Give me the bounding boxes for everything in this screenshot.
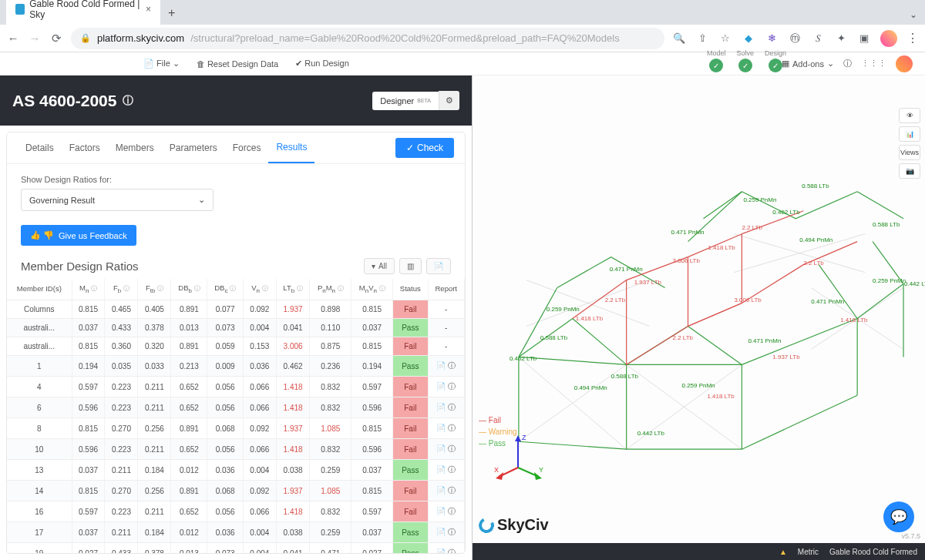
ext-icon-3[interactable]: ⓜ — [788, 32, 802, 45]
table-row[interactable]: 170.0370.2110.1840.0120.0360.0040.0380.2… — [7, 522, 465, 543]
col-status[interactable]: Status — [393, 279, 428, 300]
back-icon[interactable]: ← — [6, 32, 20, 45]
member-label: 0.588 LTb — [611, 373, 639, 380]
table-row[interactable]: 130.0370.2110.1840.0120.0360.0040.0380.2… — [7, 460, 465, 481]
export-icon[interactable]: 📄 — [426, 258, 451, 274]
report-icons[interactable]: 📄 ⓘ — [436, 527, 456, 538]
table-row[interactable]: australi...0.0370.4330.3780.0130.0730.00… — [7, 319, 465, 337]
member-label: 0.494 PnMn — [574, 384, 607, 391]
table-row[interactable]: 60.5960.2230.2110.6520.0560.0661.4180.83… — [7, 397, 465, 418]
share-icon[interactable]: ⇧ — [695, 32, 709, 45]
report-icons[interactable]: 📄 ⓘ — [436, 548, 456, 553]
visibility-tool-icon[interactable]: 👁 — [899, 108, 920, 123]
tab-parameters[interactable]: Parameters — [162, 133, 225, 163]
extensions-icon[interactable]: ✦ — [834, 32, 848, 45]
info-icon[interactable]: ⓘ — [123, 94, 133, 108]
check-button[interactable]: ✓ Check — [395, 138, 454, 158]
col-ltb[interactable]: LTb ⓘ — [276, 279, 309, 300]
col-pnmn[interactable]: PnMn ⓘ — [310, 279, 352, 300]
axes-gizmo[interactable]: Z Y X — [491, 429, 545, 483]
profile-avatar[interactable] — [880, 30, 897, 47]
member-label: 0.471 PnMn — [748, 337, 781, 344]
reload-icon[interactable]: ⟳ — [49, 32, 63, 45]
views-tool-button[interactable]: Views — [899, 145, 920, 160]
table-row[interactable]: australi...0.8150.3600.3200.8910.0590.15… — [7, 337, 465, 356]
member-label: 3.006 LTb — [734, 297, 762, 303]
columns-icon[interactable]: ▥ — [399, 258, 422, 274]
screenshot-tool-icon[interactable]: 📷 — [899, 163, 920, 179]
star-icon[interactable]: ☆ — [718, 32, 732, 45]
report-icons[interactable]: 📄 ⓘ — [436, 464, 456, 475]
tab-factors[interactable]: Factors — [62, 133, 108, 163]
table-row[interactable]: 190.0270.4330.3780.0130.0730.0040.0410.4… — [7, 543, 465, 553]
col-fb[interactable]: Fb ⓘ — [105, 279, 138, 300]
member-label: 0.259 PnMn — [547, 306, 580, 313]
report-icons[interactable]: 📄 ⓘ — [436, 485, 456, 496]
forward-icon[interactable]: → — [28, 32, 42, 45]
member-label: 0.471 PnMn — [671, 229, 705, 236]
model-viewport[interactable]: 0.588 LTb0.259 PnMn0.462 LTb0.588 LTb0.4… — [472, 75, 925, 560]
browser-tab[interactable]: Gable Rood Cold Formed | Sky × — [6, 0, 160, 25]
filter-all-button[interactable]: ▾ All — [364, 258, 395, 274]
lock-icon: 🔒 — [80, 33, 91, 43]
tab-close-icon[interactable]: × — [146, 4, 151, 15]
stage-design[interactable]: Design✓ — [765, 49, 786, 72]
table-row[interactable]: 80.8150.2700.2560.8910.0680.0921.9371.08… — [7, 418, 465, 439]
table-row[interactable]: 40.5970.2230.2110.6520.0560.0661.4180.83… — [7, 377, 465, 397]
table-row[interactable]: 160.5970.2230.2110.6520.0560.0661.4180.8… — [7, 501, 465, 522]
table-row[interactable]: 140.8150.2700.2560.8910.0680.0921.9371.0… — [7, 481, 465, 501]
designer-button[interactable]: Designer BETA — [372, 92, 439, 110]
chrome-menu-icon[interactable]: ⋮ — [906, 31, 919, 45]
member-label: 0.462 LTb — [772, 209, 800, 216]
designer-settings-icon[interactable]: ⚙ — [439, 91, 459, 110]
status-project[interactable]: Gable Rood Cold Formed — [829, 548, 917, 556]
table-row[interactable]: Columns0.8150.4650.4050.8910.0770.0921.9… — [7, 300, 465, 319]
tab-results[interactable]: Results — [268, 132, 314, 163]
display-tool-icon[interactable]: 📊 — [899, 126, 920, 142]
address-bar[interactable]: 🔒 platform.skyciv.com/structural?preload… — [71, 28, 664, 49]
addons-menu[interactable]: ▦ Add-ons ⌄ — [782, 59, 834, 69]
ext-icon-4[interactable]: 𝑆 — [811, 32, 825, 45]
stage-solve[interactable]: Solve✓ — [736, 49, 754, 72]
report-icons[interactable]: 📄 ⓘ — [436, 402, 456, 413]
ext-icon-1[interactable]: ◆ — [742, 32, 755, 45]
col-dbb[interactable]: DBb ⓘ — [171, 279, 207, 300]
panel-header: AS 4600-2005 ⓘ Designer BETA ⚙ — [0, 75, 472, 126]
col-mnvn[interactable]: MnVn ⓘ — [352, 279, 393, 300]
report-icons[interactable]: 📄 ⓘ — [436, 444, 456, 454]
table-row[interactable]: 10.1940.0350.0330.2130.0090.0360.4620.23… — [7, 356, 465, 377]
chat-icon[interactable]: 💬 — [883, 501, 914, 532]
panel-toggle-icon[interactable]: ▣ — [857, 32, 871, 45]
status-units[interactable]: Metric — [798, 548, 819, 556]
ext-icon-2[interactable]: ❄ — [765, 32, 779, 45]
col-member-id-s-[interactable]: Member ID(s) — [7, 279, 72, 300]
help-icon[interactable]: ⓘ — [843, 58, 852, 69]
menu-file[interactable]: 📄 File ⌄ — [143, 59, 180, 69]
col-dbc[interactable]: DBc ⓘ — [207, 279, 243, 300]
design-code-title: AS 4600-2005 ⓘ — [12, 92, 133, 110]
tab-forces[interactable]: Forces — [225, 133, 269, 163]
report-icons[interactable]: 📄 ⓘ — [436, 506, 456, 517]
menu-run-design[interactable]: ✔ Run Design — [295, 59, 349, 69]
tabs-dropdown-icon[interactable]: ⌄ — [902, 5, 925, 25]
table-row[interactable]: 100.5960.2230.2110.6520.0560.0661.4180.8… — [7, 439, 465, 460]
report-icons[interactable]: 📄 ⓘ — [436, 381, 456, 392]
user-avatar[interactable] — [896, 55, 913, 72]
report-icons[interactable]: 📄 ⓘ — [436, 423, 456, 434]
col-mn[interactable]: Mn ⓘ — [72, 279, 105, 300]
apps-grid-icon[interactable]: ⋮⋮⋮ — [861, 59, 886, 69]
col-report[interactable]: Report — [428, 279, 465, 300]
tab-members[interactable]: Members — [108, 133, 162, 163]
col-vn[interactable]: Vn ⓘ — [243, 279, 276, 300]
warning-icon[interactable]: ▲ — [779, 548, 787, 556]
tab-details[interactable]: Details — [18, 133, 62, 163]
report-icons[interactable]: 📄 ⓘ — [436, 360, 456, 371]
col-ftb[interactable]: Ftb ⓘ — [138, 279, 171, 300]
search-icon[interactable]: 🔍 — [672, 32, 686, 45]
menu-reset-design-data[interactable]: 🗑 Reset Design Data — [197, 59, 278, 69]
feedback-button[interactable]: 👍 👎 Give us Feedback — [21, 225, 136, 246]
member-label: 0.588 LTb — [802, 183, 829, 189]
new-tab-button[interactable]: + — [160, 2, 183, 25]
stage-model[interactable]: Model✓ — [707, 49, 726, 72]
filter-select[interactable]: Governing Result⌄ — [21, 189, 214, 211]
